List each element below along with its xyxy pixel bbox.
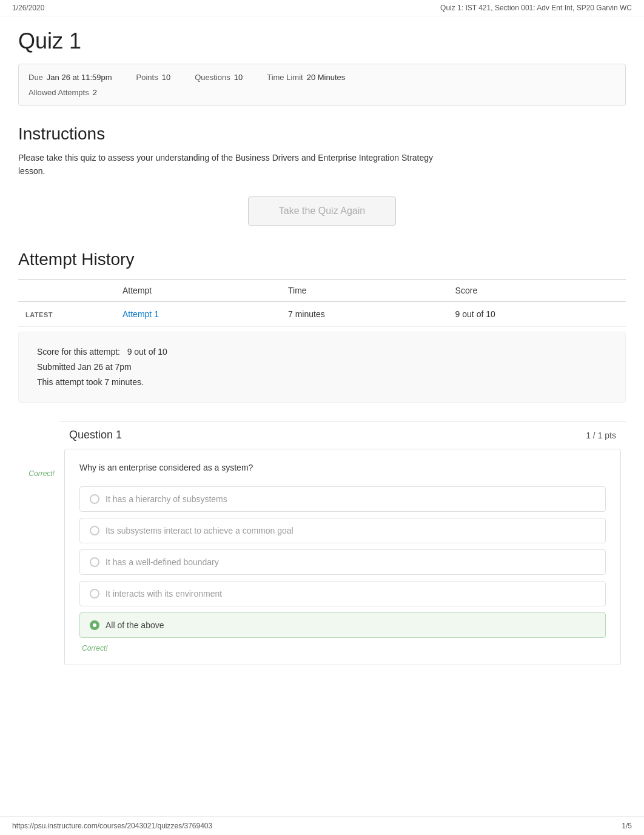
- attempt-detail-box: Score for this attempt: 9 out of 10 Subm…: [18, 332, 626, 403]
- answer-option-1-3: It has a well-defined boundary: [79, 549, 606, 575]
- col-attempt: Attempt: [115, 279, 281, 301]
- questions-value: 10: [234, 73, 243, 82]
- questions-container: Correct! Question 1 1 / 1 pts Why is an …: [18, 421, 626, 665]
- answer-option-1-5: All of the above: [79, 612, 606, 638]
- top-bar-date: 1/26/2020: [12, 4, 44, 12]
- col-badge: [18, 279, 115, 301]
- answer-option-1-4: It interacts with its environment: [79, 581, 606, 606]
- time-limit-value: 20 Minutes: [307, 73, 346, 82]
- allowed-attempts-label: Allowed Attempts: [29, 88, 89, 97]
- attempt-link[interactable]: Attempt 1: [122, 309, 159, 319]
- attempt-duration-line: This attempt took 7 minutes.: [37, 375, 607, 390]
- attempt-score: 9 out of 10: [448, 301, 626, 326]
- questions-label: Questions: [195, 73, 230, 82]
- quiz-due: Due Jan 26 at 11:59pm: [29, 70, 112, 84]
- quiz-time-limit: Time Limit 20 Minutes: [267, 70, 345, 84]
- take-quiz-again-button[interactable]: Take the Quiz Again: [248, 196, 396, 226]
- points-value: 10: [162, 73, 170, 82]
- question-right-1: Question 1 1 / 1 pts Why is an enterpris…: [59, 421, 626, 665]
- quiz-again-btn-wrapper: Take the Quiz Again: [18, 196, 626, 226]
- radio-circle-1-4: [90, 589, 99, 599]
- top-bar: 1/26/2020 Quiz 1: IST 421, Section 001: …: [0, 0, 644, 16]
- answer-text-1-3: It has a well-defined boundary: [106, 557, 219, 567]
- question-header-1: Question 1 1 / 1 pts: [59, 421, 626, 449]
- quiz-questions: Questions 10: [195, 70, 243, 84]
- answer-option-1-1: It has a hierarchy of subsystems: [79, 486, 606, 512]
- points-label: Points: [136, 73, 158, 82]
- quiz-allowed-attempts: Allowed Attempts 2: [29, 86, 97, 99]
- attempt-time: 7 minutes: [281, 301, 448, 326]
- question-pts-1: 1 / 1 pts: [586, 431, 616, 440]
- question-result-1: Correct!: [79, 644, 606, 652]
- attempt-history-title: Attempt History: [18, 250, 626, 269]
- latest-badge: LATEST: [25, 311, 53, 318]
- radio-circle-1-1: [90, 494, 99, 504]
- attempt-score-line: Score for this attempt: 9 out of 10: [37, 344, 607, 360]
- main-content: Quiz 1 Due Jan 26 at 11:59pm Points 10 Q…: [0, 16, 644, 702]
- attempt-score-label: Score for this attempt:: [37, 347, 120, 357]
- question-number-1: Question 1: [69, 429, 122, 441]
- due-label: Due: [29, 73, 43, 82]
- correct-label-left-1: Correct!: [18, 421, 55, 478]
- answer-option-1-2: Its subsystems interact to achieve a com…: [79, 518, 606, 543]
- attempt-submitted-line: Submitted Jan 26 at 7pm: [37, 360, 607, 375]
- top-bar-title: Quiz 1: IST 421, Section 001: Adv Ent In…: [440, 4, 632, 12]
- due-value: Jan 26 at 11:59pm: [47, 73, 112, 82]
- instructions-text: Please take this quiz to assess your und…: [18, 151, 443, 178]
- attempt-table-row: LATEST Attempt 1 7 minutes 9 out of 10: [18, 301, 626, 326]
- answer-text-1-1: It has a hierarchy of subsystems: [106, 494, 227, 504]
- quiz-title: Quiz 1: [18, 29, 626, 54]
- quiz-meta-row-2: Allowed Attempts 2: [29, 86, 615, 99]
- attempt-score-value: 9 out of 10: [127, 347, 167, 357]
- col-time: Time: [281, 279, 448, 301]
- radio-circle-1-5: [90, 620, 99, 630]
- attempt-history-table: Attempt Time Score LATEST Attempt 1 7 mi…: [18, 279, 626, 327]
- radio-circle-1-2: [90, 526, 99, 535]
- instructions-title: Instructions: [18, 124, 626, 144]
- question-wrapper-1: Correct! Question 1 1 / 1 pts Why is an …: [18, 421, 626, 665]
- time-limit-label: Time Limit: [267, 73, 303, 82]
- answer-text-1-2: Its subsystems interact to achieve a com…: [106, 526, 293, 535]
- answer-text-1-4: It interacts with its environment: [106, 589, 222, 599]
- attempt-table-header-row: Attempt Time Score: [18, 279, 626, 301]
- col-score: Score: [448, 279, 626, 301]
- allowed-attempts-value: 2: [93, 88, 97, 97]
- quiz-meta-row-1: Due Jan 26 at 11:59pm Points 10 Question…: [29, 70, 615, 84]
- answer-text-1-5: All of the above: [106, 620, 164, 630]
- radio-circle-1-3: [90, 557, 99, 567]
- quiz-meta-box: Due Jan 26 at 11:59pm Points 10 Question…: [18, 64, 626, 106]
- question-text-1: Why is an enterprise considered as a sys…: [79, 461, 606, 474]
- quiz-points: Points 10: [136, 70, 171, 84]
- question-body-1: Why is an enterprise considered as a sys…: [64, 449, 621, 665]
